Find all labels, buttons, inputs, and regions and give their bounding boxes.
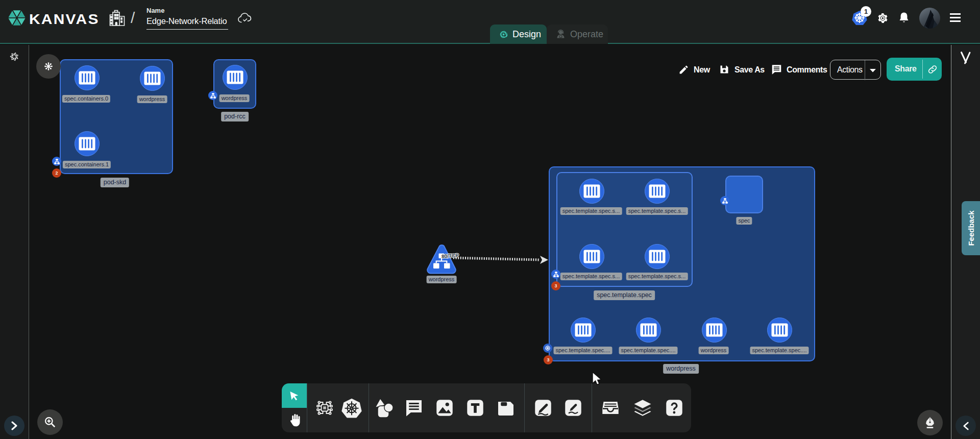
svg-text:80/TCP: 80/TCP [442,253,459,259]
